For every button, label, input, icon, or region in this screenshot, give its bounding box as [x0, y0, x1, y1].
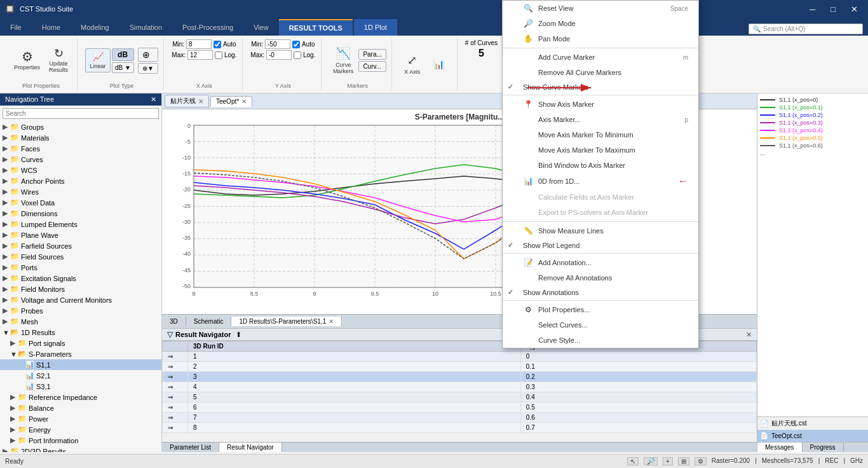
- file-item-teeopt[interactable]: 📄 TeeOpt.cst: [757, 430, 868, 442]
- tab-file[interactable]: File: [0, 19, 32, 36]
- y-max-input[interactable]: [266, 50, 292, 60]
- tab-result-navigator[interactable]: Result Navigator: [219, 443, 282, 452]
- ctx-plot-properties[interactable]: ⚙ Plot Properties...: [503, 302, 698, 317]
- y-auto-checkbox[interactable]: [292, 41, 300, 48]
- plot-tab-1d-close[interactable]: ✕: [329, 318, 334, 325]
- nav-item-field-monitors[interactable]: ▶📁Field Monitors: [0, 284, 161, 294]
- tab-modeling[interactable]: Modeling: [71, 19, 119, 36]
- plot-tab-1d-results[interactable]: 1D Results\S-Parameters\S1,1 ✕: [231, 317, 342, 326]
- nav-item-s31[interactable]: 📊S3,1: [0, 381, 161, 392]
- nav-item-reference-impedance[interactable]: ▶📁Reference Impedance: [0, 392, 161, 403]
- tab-1d-plot[interactable]: 1D Plot: [354, 19, 397, 36]
- cursor-icon[interactable]: ↖: [627, 457, 639, 465]
- nav-item-faces[interactable]: ▶📁Faces: [0, 143, 161, 154]
- file-item-beipian[interactable]: 📄 贴片天线.cst: [757, 417, 868, 430]
- tab-post-processing[interactable]: Post-Processing: [172, 19, 243, 36]
- x-axis-btn[interactable]: ⤢ X Axis: [400, 51, 425, 78]
- ctx-show-curve-markers[interactable]: Show Curve Markers: [503, 80, 698, 93]
- nav-item-curves[interactable]: ▶📁Curves: [0, 154, 161, 165]
- x-axis-settings-btn[interactable]: 📊: [426, 57, 452, 72]
- ctx-show-axis-marker[interactable]: 📍 Show Axis Marker: [503, 97, 698, 112]
- nav-item-field-sources[interactable]: ▶📁Field Sources: [0, 251, 161, 262]
- nav-item-2d-3d-results[interactable]: ▶📁2D/3D Results: [0, 446, 161, 452]
- nav-search-input[interactable]: [3, 108, 159, 119]
- minimize-button[interactable]: ─: [804, 3, 820, 15]
- tab-result-tools[interactable]: RESULT TOOLS: [279, 19, 353, 36]
- x-max-input[interactable]: [187, 50, 213, 60]
- table-row[interactable]: ⇒20.1: [163, 362, 757, 372]
- curve-markers-button[interactable]: 📉 CurveMarkers: [329, 44, 358, 77]
- nav-item-port-signals[interactable]: ▶📁Port signals: [0, 338, 161, 348]
- nav-item-excitation-signals[interactable]: ▶📁Excitation Signals: [0, 273, 161, 284]
- settings-icon-status[interactable]: ⚙: [695, 457, 707, 465]
- nav-item-balance[interactable]: ▶📁Balance: [0, 403, 161, 413]
- db-dropdown[interactable]: dB ▼: [112, 62, 134, 73]
- nav-item-plane-wave[interactable]: ▶📁Plane Wave: [0, 230, 161, 240]
- nav-tree-close[interactable]: ✕: [151, 95, 156, 104]
- nav-item-voxel-data[interactable]: ▶📁Voxel Data: [0, 197, 161, 208]
- ctx-show-measure-lines[interactable]: 📏 Show Measure Lines: [503, 223, 698, 238]
- ctx-add-curve-marker[interactable]: Add Curve Marker m: [503, 50, 698, 65]
- nav-item-groups[interactable]: ▶📁Groups: [0, 121, 161, 132]
- x-auto-checkbox[interactable]: [214, 41, 221, 48]
- ctx-remove-all-annotations[interactable]: Remove All Annotations: [503, 270, 698, 286]
- properties-button[interactable]: ⚙ Properties: [10, 48, 44, 73]
- ctx-move-axis-marker-max[interactable]: Move Axis Marker To Maximum: [503, 142, 698, 158]
- result-table[interactable]: 3D Run ID x_pos ⇒10 ⇒20.1 ⇒30.2 ⇒40.3 ⇒5…: [162, 341, 757, 442]
- result-nav-scroll-up[interactable]: ⬆: [236, 331, 241, 339]
- pan-icon[interactable]: +: [663, 457, 673, 465]
- table-row[interactable]: ⇒60.5: [163, 403, 757, 413]
- ctx-reset-view[interactable]: 🔍 Reset View Space: [503, 1, 698, 16]
- nav-item-s-parameters[interactable]: ▼📂S-Parameters: [0, 348, 161, 359]
- axis-dropdown[interactable]: ⊕▼: [138, 63, 158, 74]
- tab-home[interactable]: Home: [32, 19, 71, 36]
- y-min-input[interactable]: [265, 39, 290, 49]
- nav-item-ports[interactable]: ▶📁Ports: [0, 262, 161, 273]
- nav-item-power[interactable]: ▶📁Power: [0, 413, 161, 424]
- ctx-add-annotation[interactable]: 📝 Add Annotation...: [503, 255, 698, 270]
- tab-progress[interactable]: Progress: [803, 443, 844, 452]
- plot-tab-schematic[interactable]: Schematic: [186, 317, 232, 326]
- tab-view[interactable]: View: [243, 19, 279, 36]
- nav-item-lumped-elements[interactable]: ▶📁Lumped Elements: [0, 219, 161, 230]
- nav-item-voltage-current-monitors[interactable]: ▶📁Voltage and Current Monitors: [0, 294, 161, 305]
- ctx-bind-window[interactable]: Bind Window to Axis Marker: [503, 158, 698, 173]
- plot-tab-3d[interactable]: 3D: [162, 317, 186, 326]
- zoom-icon[interactable]: 🔎: [644, 457, 658, 465]
- nav-item-port-information[interactable]: ▶📁Port Information: [0, 435, 161, 446]
- result-nav-close[interactable]: ✕: [746, 331, 752, 339]
- nav-item-energy[interactable]: ▶📁Energy: [0, 424, 161, 435]
- table-row[interactable]: ⇒50.4: [163, 392, 757, 403]
- ctx-remove-all-curve-markers[interactable]: Remove All Curve Markers: [503, 65, 698, 80]
- nav-item-s21[interactable]: 📊S2,1: [0, 370, 161, 381]
- doc-tab-teeopt[interactable]: TeeOpt* ✕: [210, 96, 252, 107]
- beipian-tab-close[interactable]: ✕: [198, 98, 203, 105]
- table-row[interactable]: ⇒10: [163, 352, 757, 362]
- polar-button[interactable]: ⊕: [138, 48, 158, 62]
- ctx-show-annotations[interactable]: Show Annotations: [503, 286, 698, 299]
- nav-item-wires[interactable]: ▶📁Wires: [0, 186, 161, 197]
- para-button[interactable]: Para...: [358, 49, 386, 60]
- ctx-0d-from-1d[interactable]: 📊 0D from 1D... ←: [503, 173, 698, 189]
- teeopt-tab-close[interactable]: ✕: [241, 98, 247, 105]
- ctx-axis-marker[interactable]: Axis Marker... p: [503, 112, 698, 127]
- ctx-select-curves[interactable]: Select Curves...: [503, 317, 698, 333]
- ctx-curve-style[interactable]: Curve Style...: [503, 333, 698, 348]
- tab-simulation[interactable]: Simulation: [119, 19, 172, 36]
- tab-parameter-list[interactable]: Parameter List: [162, 443, 219, 452]
- col-3d-run-id[interactable]: 3D Run ID: [188, 341, 521, 352]
- x-log-checkbox[interactable]: [215, 52, 222, 59]
- table-row[interactable]: ⇒40.3: [163, 382, 757, 392]
- x-min-input[interactable]: [186, 39, 212, 49]
- doc-tab-beipian[interactable]: 贴片天线 ✕: [165, 95, 209, 107]
- table-row[interactable]: ⇒80.7: [163, 423, 757, 433]
- linear-button[interactable]: 📈 Linear: [85, 48, 111, 72]
- update-results-button[interactable]: ↻ UpdateResults: [45, 45, 72, 76]
- ctx-zoom-mode[interactable]: 🔎 Zoom Mode: [503, 16, 698, 31]
- nav-item-dimensions[interactable]: ▶📁Dimensions: [0, 208, 161, 219]
- nav-item-materials[interactable]: ▶📁Materials: [0, 132, 161, 143]
- y-log-checkbox[interactable]: [294, 52, 301, 59]
- maximize-button[interactable]: □: [825, 3, 841, 15]
- grid-icon[interactable]: ⊞: [678, 457, 689, 465]
- search-box[interactable]: 🔍 Search (Alt+Q): [749, 24, 863, 34]
